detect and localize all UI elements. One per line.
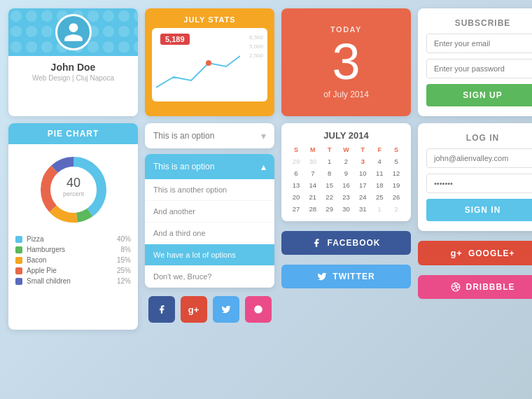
pie-chart-visual: 40 percent xyxy=(15,151,131,228)
dropdown-option-3[interactable]: And a third one xyxy=(145,223,274,244)
calendar-title: JULY 2014 xyxy=(288,130,404,141)
stats-card: JULY STATS 5,189 8,500 5,000 2,500 xyxy=(145,8,274,116)
legend-pct-smallchildren: 12% xyxy=(117,277,131,285)
cal-day-25[interactable]: 25 xyxy=(372,192,387,202)
dropdown-collapsed[interactable]: This is an option ▾ xyxy=(145,123,274,148)
legend-pct-pizza: 40% xyxy=(117,235,131,243)
cal-day-10[interactable]: 10 xyxy=(355,168,370,178)
cal-day-14[interactable]: 14 xyxy=(305,180,321,190)
cal-day-9[interactable]: 9 xyxy=(339,168,354,178)
dropdown-expanded-header[interactable]: This is an option ▴ xyxy=(145,154,274,179)
login-email-input[interactable] xyxy=(426,148,532,168)
cal-day-13[interactable]: 13 xyxy=(288,180,304,190)
pie-chart-title: PIE CHART xyxy=(8,123,138,144)
cal-day-4[interactable]: 4 xyxy=(372,156,387,167)
legend-dot-applepie xyxy=(15,267,22,274)
pie-legend: Pizza 40% Hamburgers 8% Bacon 15% Apple … xyxy=(15,235,131,285)
dropdown-option-5[interactable]: Don't we, Bruce? xyxy=(145,266,274,288)
dropdown-expanded-text: This is an option xyxy=(153,162,214,172)
cal-day-24[interactable]: 24 xyxy=(355,192,370,202)
googleplus-icon-btn[interactable]: g+ xyxy=(181,296,207,323)
legend-dot-bacon xyxy=(15,257,22,264)
cal-day-8[interactable]: 8 xyxy=(322,168,337,178)
twitter-icon-btn[interactable] xyxy=(213,296,239,323)
dropdown-expanded: This is an option ▴ This is another opti… xyxy=(145,154,274,288)
legend-label-bacon: Bacon xyxy=(27,256,46,264)
cal-header-m: M xyxy=(305,145,321,155)
cal-day-19[interactable]: 19 xyxy=(388,180,404,190)
cal-day-6[interactable]: 6 xyxy=(288,168,304,178)
calendar-grid: S M T W T F S 29 30 1 2 3 4 5 6 7 8 9 xyxy=(288,145,404,214)
email-input[interactable] xyxy=(426,34,532,53)
login-card: LOG IN SIGN IN xyxy=(418,123,532,231)
user-icon xyxy=(62,21,85,43)
stats-chart: 5,189 8,500 5,000 2,500 xyxy=(152,28,267,102)
svg-text:percent: percent xyxy=(62,190,84,197)
cal-day-16[interactable]: 16 xyxy=(339,180,354,190)
today-label: TODAY xyxy=(330,25,362,34)
cal-day-18[interactable]: 18 xyxy=(372,180,387,190)
subscribe-title: SUBSCRIBE xyxy=(426,18,532,28)
facebook-button[interactable]: FACEBOOK xyxy=(281,231,411,255)
today-number: 3 xyxy=(332,36,360,87)
calendar-section: JULY 2014 S M T W T F S 29 30 1 2 3 4 5 … xyxy=(281,123,411,323)
cal-day-20[interactable]: 20 xyxy=(288,192,304,202)
pie-chart-body: 40 percent Pizza 40% Hamburgers 8% xyxy=(8,144,138,295)
pie-chart-card: PIE CHART 40 percent xyxy=(8,123,138,330)
cal-day-27[interactable]: 27 xyxy=(288,204,304,214)
password-input[interactable] xyxy=(426,59,532,78)
dropdown-option-1[interactable]: This is another option xyxy=(145,179,274,201)
cal-day-3[interactable]: 3 xyxy=(355,156,370,167)
avatar xyxy=(55,14,92,50)
dropdown-option-4[interactable]: We have a lot of options xyxy=(145,244,274,266)
line-chart xyxy=(156,46,246,97)
legend-dot-smallchildren xyxy=(15,278,22,285)
cal-day-30-jun[interactable]: 30 xyxy=(305,156,321,167)
legend-pizza: Pizza 40% xyxy=(15,235,131,243)
stats-title: JULY STATS xyxy=(152,15,267,24)
cal-day-26[interactable]: 26 xyxy=(388,192,404,202)
chart-labels: 8,500 5,000 2,500 xyxy=(249,34,263,60)
twitter-icon xyxy=(317,272,327,281)
cal-day-2-aug[interactable]: 2 xyxy=(388,204,404,214)
login-section: LOG IN SIGN IN g+ GOOGLE+ DRIBBBLE xyxy=(418,123,532,323)
cal-day-5[interactable]: 5 xyxy=(388,156,404,167)
cal-day-29-jun[interactable]: 29 xyxy=(288,156,304,167)
facebook-icon-btn[interactable] xyxy=(148,296,175,323)
dribbble-button[interactable]: DRIBBBLE xyxy=(418,275,532,299)
googleplus-button[interactable]: g+ GOOGLE+ xyxy=(418,241,532,265)
cal-day-1-aug[interactable]: 1 xyxy=(372,204,387,214)
calendar-card: JULY 2014 S M T W T F S 29 30 1 2 3 4 5 … xyxy=(281,123,411,221)
signin-button[interactable]: SIGN IN xyxy=(426,199,532,221)
cal-day-7[interactable]: 7 xyxy=(305,168,321,178)
subscribe-card: SUBSCRIBE SIGN UP xyxy=(418,8,532,116)
cal-day-28[interactable]: 28 xyxy=(305,204,321,214)
cal-day-15[interactable]: 15 xyxy=(322,180,337,190)
cal-header-s1: S xyxy=(288,145,304,155)
login-password-input[interactable] xyxy=(426,174,532,193)
cal-header-t2: T xyxy=(355,145,370,155)
cal-day-22[interactable]: 22 xyxy=(322,192,337,202)
cal-day-17[interactable]: 17 xyxy=(355,180,370,190)
dribbble-icon-btn[interactable] xyxy=(245,296,272,323)
cal-day-30[interactable]: 30 xyxy=(339,204,354,214)
legend-label-hamburgers: Hamburgers xyxy=(27,246,65,253)
cal-day-29[interactable]: 29 xyxy=(322,204,337,214)
signup-button[interactable]: SIGN UP xyxy=(426,84,532,106)
cal-header-f: F xyxy=(372,145,387,155)
legend-pct-bacon: 15% xyxy=(117,256,131,264)
profile-card: John Doe Web Design | Cluj Napoca xyxy=(8,8,138,116)
cal-header-w: W xyxy=(339,145,354,155)
cal-day-31[interactable]: 31 xyxy=(355,204,370,214)
chevron-up-icon: ▴ xyxy=(261,161,266,172)
dribbble-label: DRIBBBLE xyxy=(466,282,515,292)
cal-day-12[interactable]: 12 xyxy=(388,168,404,178)
cal-day-11[interactable]: 11 xyxy=(372,168,387,178)
dropdown-option-2[interactable]: And another xyxy=(145,201,274,223)
twitter-button[interactable]: TWITTER xyxy=(281,265,411,288)
cal-day-23[interactable]: 23 xyxy=(339,192,354,202)
cal-day-21[interactable]: 21 xyxy=(305,192,321,202)
cal-day-1[interactable]: 1 xyxy=(322,156,337,167)
legend-smallchildren: Small children 12% xyxy=(15,277,131,285)
cal-day-2[interactable]: 2 xyxy=(339,156,354,167)
